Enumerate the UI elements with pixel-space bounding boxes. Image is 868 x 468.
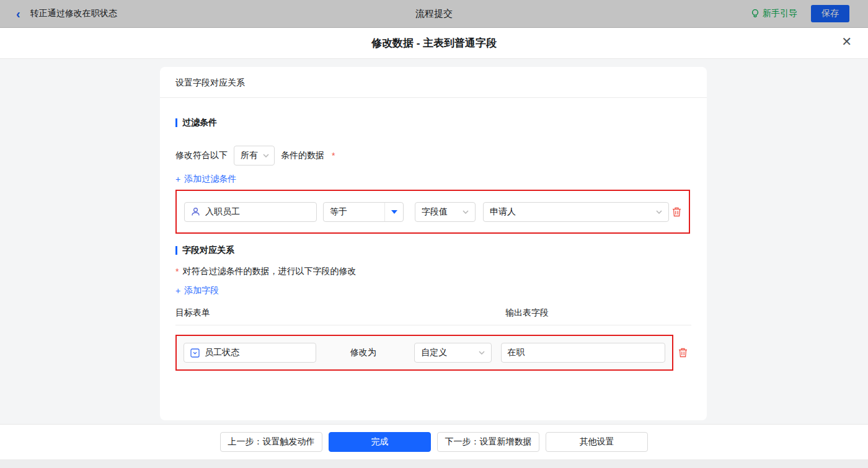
mapping-row: 员工状态 修改为 自定义 在职 [175, 335, 691, 371]
delete-mapping-button[interactable] [678, 348, 688, 358]
chevron-down-icon [479, 351, 485, 355]
chevron-down-icon [263, 154, 269, 157]
modal-body: 设置字段对应关系 过滤条件 修改符合以下 所有 条件的数据 * + 添加过滤条件 [0, 59, 868, 424]
lightbulb-icon [751, 9, 760, 19]
prev-step-button[interactable]: 上一步：设置触发动作 [220, 432, 322, 452]
other-settings-button[interactable]: 其他设置 [546, 432, 648, 452]
trash-icon [672, 207, 681, 217]
next-step-button[interactable]: 下一步：设置新增数据 [437, 432, 539, 452]
value-select[interactable]: 申请人 [483, 202, 669, 222]
save-button[interactable]: 保存 [811, 5, 849, 22]
filter-section-title: 过滤条件 [175, 117, 691, 128]
match-scope-select[interactable]: 所有 [234, 146, 275, 166]
add-field-link[interactable]: + 添加字段 [175, 285, 219, 296]
chevron-down-icon [656, 210, 662, 214]
mapping-description: * 对符合过滤条件的数据，进行以下字段的修改 [175, 266, 691, 277]
modal-footer: 上一步：设置触发动作 完成 下一步：设置新增数据 其他设置 [0, 424, 868, 459]
output-field-column: 输出表字段 [505, 307, 549, 319]
guide-label: 新手引导 [763, 8, 797, 19]
beginner-guide-button[interactable]: 新手引导 [751, 8, 797, 19]
plus-icon: + [175, 286, 180, 296]
chevron-down-icon [463, 210, 469, 214]
modify-to-label: 修改为 [350, 347, 412, 358]
section-accent-bar [175, 246, 177, 255]
custom-value-input[interactable]: 在职 [501, 343, 665, 363]
trash-icon [678, 348, 688, 358]
delete-condition-button[interactable] [672, 207, 681, 217]
top-toolbar: ‹ 转正通过修改在职状态 流程提交 新手引导 保存 [0, 0, 868, 28]
caret-down-icon [391, 210, 397, 214]
done-button[interactable]: 完成 [329, 432, 431, 452]
operator-select[interactable]: 等于 [323, 202, 404, 222]
operator-dropdown-button[interactable] [384, 203, 403, 221]
target-form-column: 目标表单 [175, 307, 505, 319]
modal-title: 修改数据 - 主表到普通字段 [371, 36, 497, 50]
required-asterisk: * [332, 151, 335, 161]
filter-condition-highlight: 入职员工 等于 字段值 申请人 [175, 190, 690, 234]
plus-icon: + [175, 174, 180, 184]
match-suffix-label: 条件的数据 [281, 150, 324, 161]
match-prefix-label: 修改符合以下 [175, 150, 228, 161]
mode-select[interactable]: 自定义 [414, 343, 491, 363]
card-title: 设置字段对应关系 [160, 67, 707, 98]
page-background-strip [0, 459, 868, 468]
modal-header: 修改数据 - 主表到普通字段 ✕ [0, 28, 868, 59]
person-icon [191, 207, 200, 216]
process-submit-label: 流程提交 [0, 8, 868, 20]
add-filter-condition-link[interactable]: + 添加过滤条件 [175, 174, 236, 185]
field-mapping-card: 设置字段对应关系 过滤条件 修改符合以下 所有 条件的数据 * + 添加过滤条件 [160, 67, 707, 420]
required-asterisk: * [175, 267, 179, 276]
target-field-input[interactable]: 员工状态 [184, 343, 316, 363]
section-accent-bar [175, 118, 177, 127]
match-condition-row: 修改符合以下 所有 条件的数据 * [175, 146, 691, 166]
mapping-columns-header: 目标表单 输出表字段 [175, 307, 691, 325]
select-field-icon [190, 348, 200, 358]
filter-field-input[interactable]: 入职员工 [184, 202, 317, 222]
value-type-select[interactable]: 字段值 [415, 202, 476, 222]
mapping-row-highlight: 员工状态 修改为 自定义 在职 [175, 335, 673, 371]
mapping-section-title: 字段对应关系 [175, 245, 691, 256]
close-icon[interactable]: ✕ [841, 35, 852, 48]
